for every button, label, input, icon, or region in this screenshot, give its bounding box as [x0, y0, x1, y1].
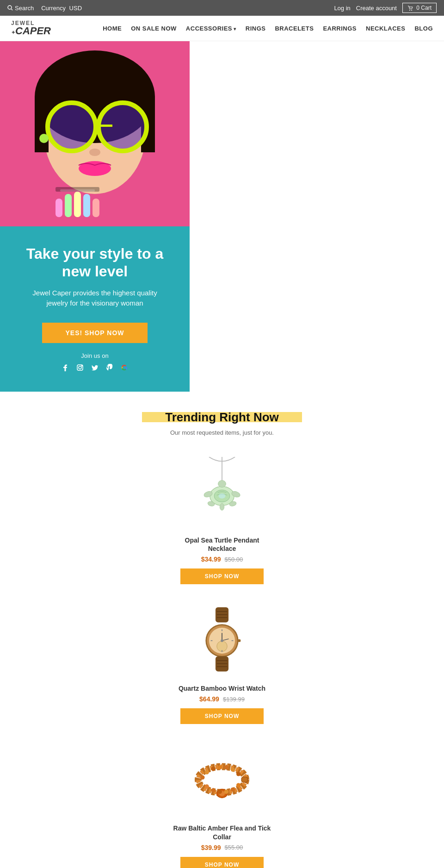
- cart-button[interactable]: 0 Cart: [402, 3, 437, 13]
- svg-point-3: [411, 10, 412, 11]
- product-prices-1: $34.99 $50.00: [171, 556, 273, 563]
- nav-necklaces[interactable]: NECKLACES: [366, 25, 405, 32]
- join-us-label: Join us on: [23, 352, 166, 359]
- svg-point-67: [205, 785, 209, 789]
- cart-icon: [407, 6, 413, 11]
- svg-point-42: [217, 641, 228, 652]
- product-card-amber: Raw Baltic Amber Flea and Tick Collar $3…: [171, 743, 273, 868]
- hero-section: Take your style to a new level Jewel Cap…: [0, 41, 444, 392]
- search-icon: [7, 5, 13, 11]
- logo-main: ✦CAPER: [11, 26, 51, 36]
- trending-title: Trending Right Now: [156, 410, 288, 424]
- product-price-current-1: $34.99: [201, 556, 221, 563]
- product-price-original-2: $139.99: [223, 696, 245, 703]
- opal-turtle-svg: [190, 457, 254, 526]
- hero-subtitle: Jewel Caper provides the highest quality…: [23, 288, 166, 309]
- hero-woman-svg: [0, 41, 190, 226]
- product-price-current-2: $64.99: [199, 695, 219, 703]
- product-name-3: Raw Baltic Amber Flea and Tick Collar: [171, 824, 273, 841]
- svg-line-1: [12, 9, 13, 11]
- trending-header: Trending Right Now: [156, 410, 288, 425]
- product-price-original-1: $50.00: [225, 556, 243, 563]
- google-icon[interactable]: [121, 364, 128, 373]
- nav-bracelets[interactable]: BRACELETS: [275, 25, 314, 32]
- product-image-opal-turtle: [185, 455, 259, 529]
- watch-svg: [190, 605, 254, 674]
- product-name-1: Opal Sea Turtle Pendant Necklace: [171, 536, 273, 553]
- svg-point-34: [219, 493, 226, 499]
- twitter-icon[interactable]: [91, 364, 99, 373]
- svg-point-9: [48, 103, 96, 151]
- nav-home[interactable]: HOME: [103, 25, 122, 32]
- social-icons: [23, 364, 166, 373]
- shop-now-button-2[interactable]: SHOP NOW: [180, 708, 264, 724]
- svg-point-28: [218, 480, 226, 487]
- trending-subtitle: Our most requested items, just for you.: [9, 429, 435, 436]
- svg-point-60: [200, 775, 204, 780]
- svg-point-0: [8, 6, 12, 9]
- svg-point-71: [231, 787, 235, 792]
- product-price-original-3: $55.00: [225, 844, 243, 851]
- nav-accessories[interactable]: ACCESSORIES: [186, 25, 236, 32]
- shop-now-button-1[interactable]: SHOP NOW: [180, 568, 264, 584]
- hero-image: [0, 41, 190, 226]
- svg-point-19: [39, 134, 49, 143]
- product-image-watch: [185, 603, 259, 677]
- svg-rect-11: [96, 125, 112, 127]
- instagram-icon[interactable]: [76, 364, 84, 373]
- svg-rect-50: [237, 639, 241, 642]
- nav-blog[interactable]: BLOG: [414, 25, 433, 32]
- svg-point-63: [218, 765, 222, 769]
- product-name-2: Quartz Bamboo Wrist Watch: [171, 684, 273, 693]
- svg-point-23: [79, 366, 81, 369]
- svg-point-69: [218, 790, 222, 794]
- product-prices-3: $39.99 $55.00: [171, 844, 273, 851]
- svg-point-65: [231, 768, 235, 772]
- hero-cta-button[interactable]: YES! SHOP NOW: [42, 323, 147, 343]
- svg-rect-59: [241, 777, 247, 782]
- product-price-current-3: $39.99: [201, 844, 221, 851]
- top-bar-left: Search Currency USD: [7, 5, 82, 12]
- product-prices-2: $64.99 $139.99: [171, 695, 273, 703]
- nav-links: HOME ON SALE NOW ACCESSORIES RINGS BRACE…: [103, 25, 433, 32]
- products-list: Opal Sea Turtle Pendant Necklace $34.99 …: [9, 450, 435, 868]
- logo: JEWEL ✦CAPER: [11, 20, 51, 36]
- svg-rect-21: [60, 189, 95, 192]
- svg-point-24: [81, 365, 82, 366]
- hero-right-empty: [190, 41, 444, 226]
- top-bar-right: Log in Create account 0 Cart: [334, 3, 437, 13]
- search-trigger[interactable]: Search: [7, 5, 34, 12]
- svg-point-49: [221, 639, 223, 642]
- svg-point-12: [89, 149, 100, 156]
- nav-earrings[interactable]: EARRINGS: [323, 25, 357, 32]
- nav-on-sale[interactable]: ON SALE NOW: [131, 25, 177, 32]
- shop-now-button-3[interactable]: SHOP NOW: [180, 857, 264, 868]
- hero-title: Take your style to a new level: [23, 245, 166, 281]
- svg-point-2: [409, 10, 410, 11]
- svg-rect-18: [92, 199, 99, 217]
- nav-rings[interactable]: RINGS: [246, 25, 266, 32]
- currency-selector[interactable]: Currency USD: [41, 5, 82, 12]
- svg-point-33: [220, 503, 224, 510]
- svg-point-70: [224, 790, 228, 794]
- facebook-icon[interactable]: [62, 364, 69, 373]
- amber-svg: [190, 745, 254, 814]
- svg-point-64: [224, 765, 228, 769]
- login-link[interactable]: Log in: [334, 5, 350, 12]
- trending-section: Trending Right Now Our most requested it…: [0, 392, 444, 868]
- svg-rect-16: [74, 192, 81, 217]
- svg-point-68: [211, 788, 216, 793]
- product-card-opal-turtle: Opal Sea Turtle Pendant Necklace $34.99 …: [171, 455, 273, 584]
- svg-point-61: [205, 770, 209, 774]
- pinterest-icon[interactable]: [106, 364, 113, 373]
- svg-point-62: [211, 767, 216, 771]
- svg-point-72: [236, 783, 240, 787]
- product-card-watch: Quartz Bamboo Wrist Watch $64.99 $139.99…: [171, 603, 273, 724]
- top-bar: Search Currency USD Log in Create accoun…: [0, 0, 444, 16]
- navbar: JEWEL ✦CAPER HOME ON SALE NOW ACCESSORIE…: [0, 16, 444, 41]
- svg-rect-17: [83, 194, 90, 217]
- product-image-amber: [185, 743, 259, 817]
- create-account-link[interactable]: Create account: [356, 5, 397, 12]
- svg-rect-15: [65, 194, 72, 217]
- svg-rect-14: [56, 199, 62, 217]
